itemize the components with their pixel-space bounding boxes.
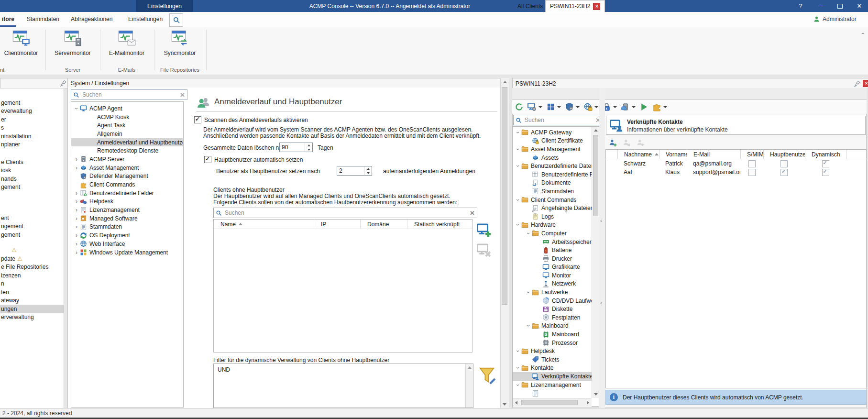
tree-item[interactable]: Drucker bbox=[513, 254, 599, 263]
toolbar-button[interactable] bbox=[638, 101, 650, 113]
tree-item[interactable]: Mainboard bbox=[513, 330, 599, 339]
toolbar-button[interactable] bbox=[582, 101, 600, 113]
tree-item[interactable]: Batterie bbox=[513, 246, 599, 254]
scroll-up-icon[interactable] bbox=[466, 364, 473, 371]
tree-item[interactable]: Diskette bbox=[513, 305, 599, 313]
column-header[interactable]: Nachname bbox=[617, 150, 659, 159]
scroll-right-icon[interactable] bbox=[584, 401, 592, 405]
collapse-left-icon[interactable]: ‹ bbox=[600, 216, 604, 225]
scan-checkbox[interactable] bbox=[194, 116, 201, 123]
chevron-icon[interactable] bbox=[525, 289, 532, 296]
sidebar-item[interactable]: e File Repositories bbox=[0, 263, 64, 272]
tree-item[interactable]: Benutzerdefinierte Felder bbox=[71, 189, 183, 198]
minimize-button[interactable]: − bbox=[813, 0, 827, 12]
toolbar-button[interactable] bbox=[526, 101, 544, 113]
spinner-up-icon[interactable] bbox=[305, 143, 312, 147]
toolbar-button[interactable] bbox=[635, 137, 646, 148]
tree-item[interactable]: Remotedesktop Dienste bbox=[71, 146, 183, 155]
tree-item[interactable]: Agent Task bbox=[71, 121, 183, 130]
client-tree-hscrollbar[interactable] bbox=[513, 398, 592, 407]
contact-row[interactable]: Schwarz Patrick qa@psmail.org bbox=[606, 159, 866, 168]
tree-item[interactable]: Lizenzmanagement bbox=[513, 381, 599, 389]
chevron-icon[interactable] bbox=[525, 322, 532, 329]
scroll-down-icon[interactable] bbox=[592, 391, 599, 398]
tree-item[interactable]: Client Commands bbox=[513, 196, 599, 204]
scrollbar-thumb[interactable] bbox=[502, 87, 507, 305]
sidebar-item[interactable]: iosk bbox=[0, 166, 64, 175]
tree-item[interactable]: Client Zertifikate bbox=[513, 137, 599, 145]
scroll-down-icon[interactable] bbox=[501, 400, 508, 408]
tree-item[interactable]: Mainboard bbox=[513, 322, 599, 331]
toolbar-button[interactable] bbox=[513, 101, 525, 113]
spinner-down-icon[interactable] bbox=[305, 147, 312, 152]
sidebar-item[interactable]: gement bbox=[0, 99, 64, 107]
filter-scrollbar[interactable] bbox=[465, 364, 473, 408]
sidebar-item[interactable]: ninstallation bbox=[0, 132, 64, 141]
tree-item[interactable]: Web Interface bbox=[71, 240, 183, 248]
tree-item[interactable]: Helpdesk bbox=[71, 198, 183, 206]
tree-item[interactable]: Stammdaten bbox=[71, 223, 183, 232]
tree-item[interactable]: Angehängte Dateien bbox=[513, 204, 599, 212]
toolbar-button[interactable] bbox=[545, 101, 562, 113]
edit-filter-button[interactable] bbox=[478, 365, 496, 386]
dropdown-arrow-icon[interactable] bbox=[632, 106, 636, 108]
tree-item[interactable]: Netzwerk bbox=[513, 280, 599, 288]
chevron-icon[interactable] bbox=[73, 156, 80, 163]
tree-item[interactable]: Dokumente bbox=[513, 179, 599, 187]
client-tree-scrollbar[interactable] bbox=[592, 127, 599, 398]
sidebar-item[interactable]: er bbox=[0, 115, 64, 124]
tree-item[interactable]: Kontakte bbox=[513, 364, 599, 373]
tree-item[interactable]: Computer bbox=[513, 229, 599, 238]
sidebar-item[interactable]: erverwaltung bbox=[0, 313, 64, 322]
sidebar-item[interactable]: nplaner bbox=[0, 141, 64, 149]
chevron-icon[interactable] bbox=[73, 249, 80, 256]
tree-item[interactable]: Tickets bbox=[513, 355, 599, 364]
chevron-icon[interactable] bbox=[515, 197, 521, 203]
sidebar-item[interactable]: gement bbox=[0, 231, 64, 239]
sidebar-item[interactable]: nands bbox=[0, 175, 64, 183]
toolbar-button[interactable] bbox=[563, 101, 581, 113]
chevron-icon[interactable] bbox=[73, 165, 80, 171]
tree-item[interactable]: ACMP Kiosk bbox=[71, 113, 183, 121]
chevron-icon[interactable] bbox=[73, 241, 80, 247]
spinner-down-icon[interactable] bbox=[364, 171, 372, 175]
sidebar-item[interactable]: n bbox=[0, 280, 64, 288]
sidebar-item[interactable]: gement bbox=[0, 183, 64, 192]
scroll-up-icon[interactable] bbox=[501, 78, 509, 86]
close-panel-icon[interactable] bbox=[863, 80, 868, 87]
tree-item[interactable]: OS Deployment bbox=[71, 231, 183, 240]
tree-item[interactable]: Laufwerke bbox=[513, 288, 599, 297]
column-header[interactable]: Name bbox=[214, 220, 314, 229]
column-header[interactable]: Statisch verknüpft bbox=[407, 220, 472, 229]
dropdown-arrow-icon[interactable] bbox=[538, 106, 542, 108]
tree-item[interactable]: Arbeitsspeicher bbox=[513, 238, 599, 246]
tree-item[interactable]: Benutzerdefinierte Felder bbox=[513, 170, 599, 179]
menu-search-button[interactable] bbox=[169, 13, 183, 27]
spinner-up-icon[interactable] bbox=[364, 166, 372, 171]
main-scrollbar[interactable] bbox=[500, 78, 509, 408]
filter-box[interactable]: UND bbox=[213, 364, 473, 408]
tree-item[interactable] bbox=[513, 389, 599, 397]
chevron-icon[interactable] bbox=[73, 215, 80, 222]
column-header[interactable]: S/MIME bbox=[740, 150, 763, 159]
delete-after-spinner[interactable]: 90 bbox=[279, 143, 313, 152]
tree-item[interactable]: Windows Update Management bbox=[71, 248, 183, 257]
sidebar-item[interactable]: e Clients bbox=[0, 158, 64, 166]
logged-in-user[interactable]: Administrator bbox=[813, 12, 866, 26]
close-button[interactable]: ✕ bbox=[852, 0, 867, 12]
menu-tab-monitore[interactable]: itore bbox=[0, 12, 16, 26]
sidebar-item[interactable]: ungen bbox=[0, 305, 64, 313]
tab-pswin11-23h2[interactable]: PSWIN11-23H2 bbox=[545, 0, 605, 12]
column-header[interactable]: Dynamisch bbox=[805, 150, 846, 159]
clear-search-icon[interactable]: ✕ bbox=[470, 210, 475, 217]
chevron-icon[interactable] bbox=[515, 221, 521, 228]
scrollbar-thumb[interactable] bbox=[521, 400, 578, 405]
tree-item[interactable]: Hardware bbox=[513, 221, 599, 230]
chevron-icon[interactable] bbox=[73, 190, 80, 197]
client-tree-search[interactable]: ✕ bbox=[513, 115, 603, 125]
chevron-icon[interactable] bbox=[515, 348, 521, 354]
chevron-icon[interactable] bbox=[515, 364, 521, 371]
toolbar-button[interactable] bbox=[607, 137, 618, 148]
clients-search[interactable]: ✕ bbox=[213, 208, 477, 218]
chevron-icon[interactable] bbox=[515, 163, 521, 169]
